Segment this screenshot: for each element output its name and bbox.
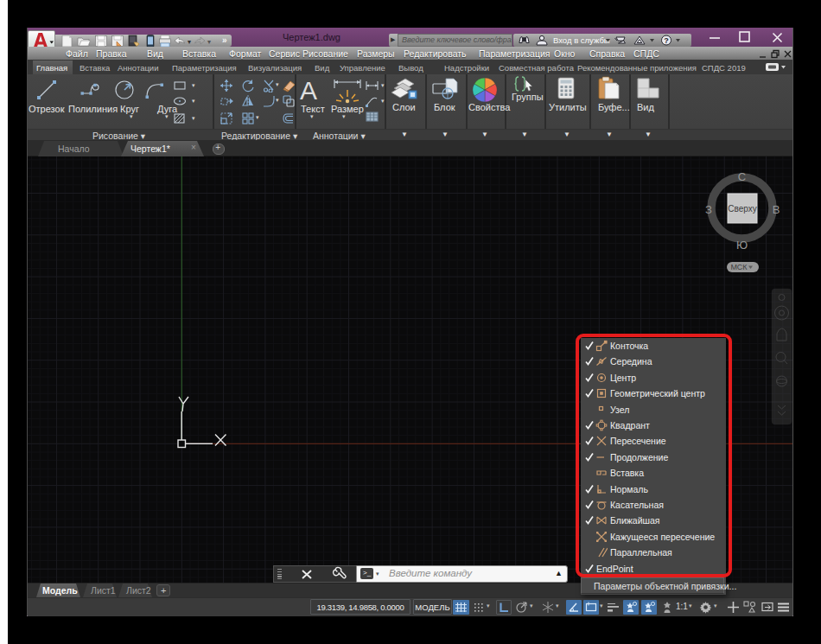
svg-text:Сверху: Сверху: [728, 204, 756, 214]
svg-text:?: ?: [664, 36, 669, 45]
svg-text:Ю: Ю: [736, 239, 748, 252]
svg-text:З: З: [705, 203, 712, 216]
svg-text:МСК: МСК: [730, 263, 748, 271]
svg-text:С: С: [738, 170, 746, 183]
svg-text:Вход в службы: Вход в службы: [553, 35, 610, 45]
svg-text:В: В: [773, 203, 780, 216]
